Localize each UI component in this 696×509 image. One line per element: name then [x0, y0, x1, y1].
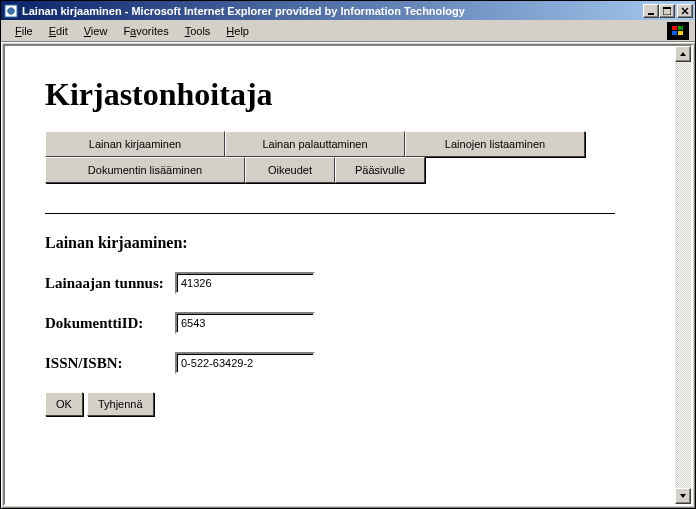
windows-logo-icon	[667, 22, 689, 40]
scroll-track[interactable]	[675, 62, 691, 488]
nav-permissions[interactable]: Oikeudet	[245, 157, 335, 183]
window-title: Lainan kirjaaminen - Microsoft Internet …	[22, 5, 643, 17]
menu-favorites[interactable]: Favorites	[115, 23, 176, 39]
row-issn: ISSN/ISBN:	[45, 352, 635, 374]
clear-button[interactable]: Tyhjennä	[87, 392, 154, 416]
vertical-scrollbar[interactable]	[675, 46, 691, 504]
page-title: Kirjastonhoitaja	[45, 76, 635, 113]
ok-button[interactable]: OK	[45, 392, 83, 416]
nav-loan-record[interactable]: Lainan kirjaaminen	[45, 131, 225, 157]
input-document[interactable]	[175, 312, 315, 334]
ie-icon	[3, 3, 19, 19]
svg-rect-8	[672, 31, 677, 35]
nav-row-2: Dokumentin lisääminen Oikeudet Pääsivull…	[45, 157, 585, 183]
titlebar: Lainan kirjaaminen - Microsoft Internet …	[1, 1, 695, 20]
menu-help[interactable]: Help	[218, 23, 257, 39]
nav-row-1: Lainan kirjaaminen Lainan palauttaminen …	[45, 131, 585, 157]
menu-file[interactable]: File	[7, 23, 41, 39]
svg-rect-3	[663, 7, 671, 9]
minimize-button[interactable]	[643, 4, 659, 18]
svg-rect-7	[678, 26, 683, 30]
window-controls	[643, 4, 693, 18]
svg-rect-9	[678, 31, 683, 35]
action-buttons: OK Tyhjennä	[45, 392, 635, 416]
scroll-up-icon[interactable]	[675, 46, 691, 62]
nav-loan-return[interactable]: Lainan palauttaminen	[225, 131, 405, 157]
separator	[45, 213, 615, 214]
menu-tools[interactable]: Tools	[177, 23, 219, 39]
svg-marker-10	[680, 52, 686, 56]
svg-marker-11	[680, 494, 686, 498]
svg-rect-6	[672, 26, 677, 30]
section-title: Lainan kirjaaminen:	[45, 234, 635, 252]
close-button[interactable]	[677, 4, 693, 18]
maximize-button[interactable]	[659, 4, 675, 18]
menu-edit[interactable]: Edit	[41, 23, 76, 39]
input-issn[interactable]	[175, 352, 315, 374]
label-document: DokumenttiID:	[45, 315, 175, 332]
page-content: Kirjastonhoitaja Lainan kirjaaminen Lain…	[5, 46, 675, 504]
menu-view[interactable]: View	[76, 23, 116, 39]
nav-main-page[interactable]: Pääsivulle	[335, 157, 425, 183]
input-borrower[interactable]	[175, 272, 315, 294]
nav-add-document[interactable]: Dokumentin lisääminen	[45, 157, 245, 183]
menubar: File Edit View Favorites Tools Help	[1, 20, 695, 42]
label-issn: ISSN/ISBN:	[45, 355, 175, 372]
browser-window: Lainan kirjaaminen - Microsoft Internet …	[0, 0, 696, 509]
viewport: Kirjastonhoitaja Lainan kirjaaminen Lain…	[3, 44, 693, 506]
svg-rect-1	[648, 13, 654, 15]
row-borrower: Lainaajan tunnus:	[45, 272, 635, 294]
nav-loan-list[interactable]: Lainojen listaaminen	[405, 131, 585, 157]
label-borrower: Lainaajan tunnus:	[45, 275, 175, 292]
row-document: DokumenttiID:	[45, 312, 635, 334]
scroll-down-icon[interactable]	[675, 488, 691, 504]
